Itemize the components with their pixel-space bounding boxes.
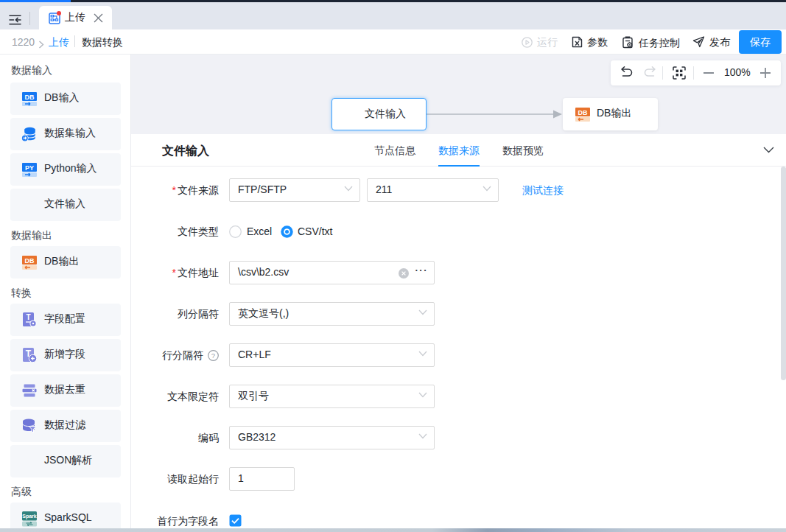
svg-text:DB: DB: [578, 109, 588, 116]
svg-text:?: ?: [211, 351, 215, 360]
svg-text:Spark: Spark: [22, 514, 37, 519]
svg-text:DB: DB: [25, 257, 35, 265]
svg-text:T: T: [26, 313, 30, 321]
svg-text:DB: DB: [25, 94, 35, 101]
svg-text:PY: PY: [25, 164, 34, 172]
